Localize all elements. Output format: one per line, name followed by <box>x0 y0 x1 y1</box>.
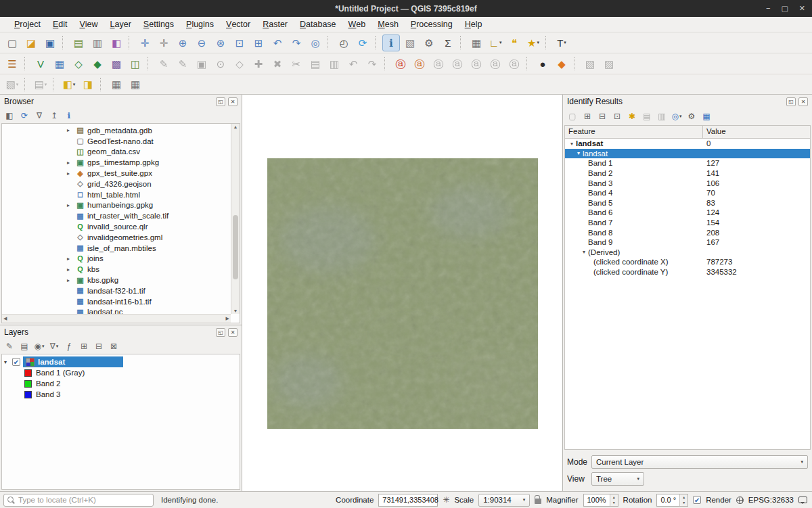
save-layer-definition-icon[interactable]: ◨ <box>79 76 97 93</box>
browser-item[interactable]: ▸◈gpx_test_suite.gpx <box>2 168 231 179</box>
add-delimited-text-layer-icon[interactable]: ◫ <box>127 55 144 72</box>
expand-new-results-icon[interactable]: ⊡ <box>610 110 624 123</box>
menu-view[interactable]: View <box>73 17 104 32</box>
layer-diagram-icon[interactable]: ⓐ <box>411 55 428 72</box>
menu-settings[interactable]: Settings <box>137 17 180 32</box>
browser-item[interactable]: ▸▣kbs.gpkg <box>2 275 231 285</box>
expander-icon[interactable]: ▸ <box>67 127 75 133</box>
metasearch-icon[interactable]: ◆ <box>553 55 570 72</box>
spinner-arrows[interactable]: ▲▼ <box>679 494 687 506</box>
identify-row[interactable]: ▾landsat0 <box>565 139 810 149</box>
minimize-icon[interactable]: − <box>766 5 770 12</box>
clear-results-icon[interactable]: ✱ <box>625 110 639 123</box>
feature-column-header[interactable]: Feature <box>565 126 703 138</box>
browser-item[interactable]: ◻html_table.html <box>2 189 231 200</box>
expander-icon[interactable]: ▾ <box>574 150 583 156</box>
browser-item[interactable]: ▸▣humanbeings.gpkg <box>2 200 231 211</box>
new-project-icon[interactable]: ▢ <box>3 34 21 51</box>
zoom-last-icon[interactable]: ↶ <box>269 34 286 51</box>
browser-item[interactable]: Qinvalid_source.qlr <box>2 221 231 232</box>
zoom-to-selection-icon[interactable]: ⊡ <box>231 34 248 51</box>
processing-options-icon[interactable]: ⚙ <box>420 34 438 51</box>
identify-settings-icon[interactable]: ⚙ <box>685 110 698 123</box>
expander-icon[interactable]: ▾ <box>580 249 588 255</box>
new-map-view-icon[interactable]: ▦ <box>108 76 125 93</box>
expander-icon[interactable]: ▸ <box>67 202 75 208</box>
menu-edit[interactable]: Edit <box>47 17 74 32</box>
add-group-icon[interactable]: ▤ <box>18 340 31 353</box>
expander-icon[interactable]: ▸ <box>67 170 75 177</box>
identify-row[interactable]: (clicked coordinate X)787273 <box>565 257 810 267</box>
close-panel-icon[interactable]: ✕ <box>798 97 808 106</box>
identify-row[interactable]: Band 3106 <box>565 178 810 188</box>
layer-styling-icon[interactable]: ✎ <box>3 340 16 353</box>
render-checkbox[interactable]: ✔ <box>693 496 701 504</box>
scroll-down-icon[interactable]: ▼ <box>233 308 238 313</box>
browser-item[interactable]: ◫geom_data.csv <box>2 147 231 158</box>
zoom-native-icon[interactable]: ◎ <box>307 34 324 51</box>
expander-icon[interactable]: ▸ <box>67 160 75 166</box>
map-canvas[interactable] <box>242 95 562 491</box>
identify-row[interactable]: Band 583 <box>565 198 810 208</box>
new-geopackage-layer-icon[interactable]: ◆ <box>89 55 106 72</box>
scroll-left-icon[interactable]: ◀ <box>3 316 7 321</box>
menu-project[interactable]: Project <box>8 17 47 32</box>
temporal-controller-icon[interactable]: ◴ <box>335 34 353 51</box>
collapse-tree-icon[interactable]: ⊟ <box>595 110 609 123</box>
layer-item-root[interactable]: ▾✔landsat <box>2 356 240 367</box>
attribute-table-icon[interactable]: ▦ <box>468 34 485 51</box>
new-shapefile-layer-icon[interactable]: ◇ <box>70 55 87 72</box>
browser-item[interactable]: ▸▣gps_timestamp.gpkg <box>2 157 231 168</box>
map-tips-icon[interactable]: ❝ <box>505 34 523 51</box>
browser-item[interactable]: ▸Qjoins <box>2 254 231 264</box>
identify-row[interactable]: Band 8208 <box>565 227 810 237</box>
python-console-icon[interactable]: ● <box>534 55 551 72</box>
expander-icon[interactable]: ▸ <box>67 256 75 262</box>
identify-mode-menu-icon[interactable]: ◎▾ <box>670 110 683 123</box>
scroll-up-icon[interactable]: ▲ <box>233 124 238 129</box>
refresh-map-icon[interactable]: ⟳ <box>354 34 371 51</box>
filter-by-expression-icon[interactable]: ƒ <box>62 340 76 353</box>
browser-item[interactable]: ▦landsat-int16-b1.tif <box>2 296 231 307</box>
browser-filter-icon[interactable]: ∇ <box>32 110 46 122</box>
scale-combobox[interactable]: 1:90314 ▾ <box>478 494 530 507</box>
browser-item[interactable]: ◇grid_4326.geojson <box>2 179 231 189</box>
expander-icon[interactable]: ▸ <box>67 277 75 283</box>
browser-item[interactable]: ▦int_raster_with_scale.tif <box>2 210 231 221</box>
coordinate-input[interactable]: 731491,3353408 <box>378 494 438 507</box>
browser-properties-icon[interactable]: ℹ <box>62 110 76 122</box>
rotation-spinner[interactable]: 0.0 ° ▲▼ <box>656 494 688 507</box>
close-panel-icon[interactable]: ✕ <box>228 97 238 106</box>
messages-icon[interactable] <box>798 497 807 503</box>
remove-layer-icon[interactable]: ⊠ <box>107 340 120 353</box>
expand-tree-icon[interactable]: ⊞ <box>581 110 594 123</box>
float-panel-icon[interactable]: ◱ <box>786 97 796 106</box>
browser-item[interactable]: ▦landsat-f32-b1.tif <box>2 285 231 296</box>
identify-row[interactable]: ▾(Derived) <box>565 248 810 258</box>
add-vector-layer-icon[interactable]: V <box>32 55 49 72</box>
filter-legend-icon[interactable]: ∇▾ <box>47 340 61 353</box>
browser-item[interactable]: ▦isle_of_man.mbtiles <box>2 243 231 254</box>
spinner-arrows[interactable]: ▲▼ <box>610 494 618 506</box>
browser-item[interactable]: ▸▤gdb_metadata.gdb <box>2 125 231 136</box>
lock-scale-icon[interactable] <box>535 499 541 504</box>
menu-mesh[interactable]: Mesh <box>371 17 405 32</box>
menu-vector[interactable]: Vector <box>220 17 256 32</box>
zoom-out-icon[interactable]: ⊖ <box>193 34 210 51</box>
add-mesh-layer-icon[interactable]: ▩ <box>108 55 125 72</box>
select-features-icon[interactable]: ▧ <box>401 34 419 51</box>
value-column-header[interactable]: Value <box>703 126 729 138</box>
expander-icon[interactable]: ▸ <box>67 267 75 273</box>
identify-help-icon[interactable]: ▦ <box>700 110 713 123</box>
layer-visibility-checkbox[interactable]: ✔ <box>12 358 20 366</box>
menu-processing[interactable]: Processing <box>405 17 459 32</box>
browser-item[interactable]: ◇invalidgeometries.gml <box>2 232 231 243</box>
browser-collapse-all-icon[interactable]: ↥ <box>47 110 61 122</box>
menu-help[interactable]: Help <box>459 17 489 32</box>
bookmarks-icon[interactable]: ★▾ <box>524 34 542 51</box>
add-raster-layer-icon[interactable]: ▦ <box>51 55 68 72</box>
layout-manager-icon[interactable]: ▥ <box>89 34 106 51</box>
zoom-in-icon[interactable]: ⊕ <box>174 34 191 51</box>
browser-horizontal-scrollbar[interactable]: ◀ ▶ <box>2 314 231 323</box>
browser-dock-icon[interactable]: ◧ <box>3 110 16 122</box>
